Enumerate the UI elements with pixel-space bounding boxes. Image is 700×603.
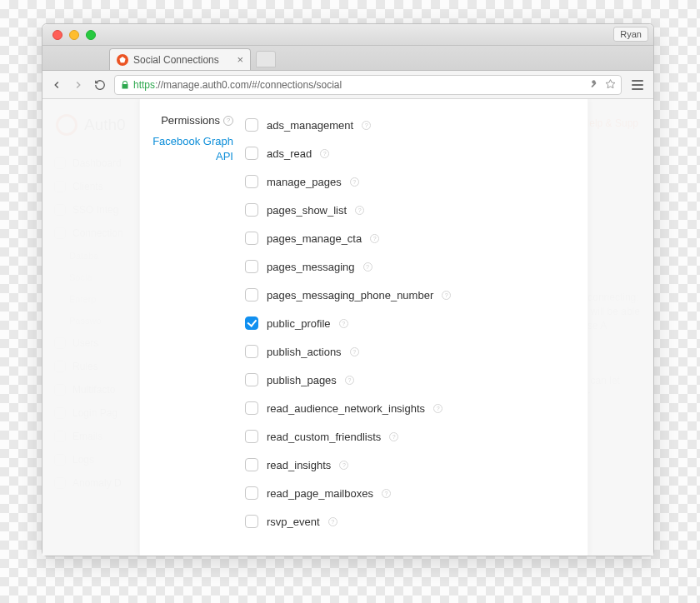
panel-label-column: Permissions ? Facebook Graph API: [140, 111, 245, 556]
permission-label: ads_read: [267, 147, 312, 160]
permission-checkbox-ads_read[interactable]: [245, 147, 258, 160]
permission-checkbox-read_page_mailboxes[interactable]: [245, 486, 258, 500]
browser-window: Ryan Social Connections × https ://manag…: [42, 23, 654, 556]
reload-button[interactable]: [92, 77, 108, 92]
permission-row-pages_manage_cta: pages_manage_cta?: [245, 224, 571, 252]
permission-label: pages_show_list: [267, 204, 347, 217]
macos-titlebar: Ryan: [42, 24, 653, 46]
maximize-window-button[interactable]: [86, 30, 96, 40]
permission-row-read_insights: read_insights?: [245, 451, 571, 479]
permissions-list: ads_management?ads_read?manage_pages?pag…: [245, 111, 571, 556]
permission-checkbox-manage_pages[interactable]: [245, 175, 258, 188]
permission-label: pages_messaging_phone_number: [267, 289, 433, 302]
permission-checkbox-publish_actions[interactable]: [245, 345, 258, 358]
address-bar[interactable]: https ://manage.auth0.com/#/connections/…: [114, 75, 622, 95]
permission-row-manage_pages: manage_pages?: [245, 167, 571, 196]
new-tab-button[interactable]: [256, 51, 276, 67]
permission-checkbox-read_audience_network_insights[interactable]: [245, 401, 258, 415]
permission-row-read_custom_friendlists: read_custom_friendlists?: [245, 422, 571, 451]
permission-row-read_page_mailboxes: read_page_mailboxes?: [245, 479, 571, 507]
permission-help-icon[interactable]: ?: [339, 461, 348, 470]
permission-label: rsvp_event: [267, 516, 320, 528]
permission-row-publish_pages: publish_pages?: [245, 366, 571, 394]
permission-help-icon[interactable]: ?: [370, 234, 379, 243]
permission-row-public_profile: public_profile?: [245, 309, 571, 337]
permission-help-icon[interactable]: ?: [382, 489, 391, 498]
profile-chip[interactable]: Ryan: [613, 27, 648, 42]
permission-checkbox-read_insights[interactable]: [245, 458, 258, 471]
permission-help-icon[interactable]: ?: [328, 517, 338, 526]
permission-label: ads_management: [267, 119, 353, 132]
permission-help-icon[interactable]: ?: [362, 121, 371, 130]
permission-checkbox-ads_management[interactable]: [245, 118, 258, 132]
permission-label: read_insights: [267, 459, 331, 471]
permission-help-icon[interactable]: ?: [345, 376, 354, 385]
browser-tabstrip: Social Connections ×: [42, 46, 653, 71]
url-path: ://manage.auth0.com/#/connections/social: [155, 79, 342, 91]
back-button[interactable]: [49, 77, 64, 92]
facebook-graph-api-link[interactable]: Facebook Graph API: [140, 134, 233, 164]
permission-row-publish_actions: publish_actions?: [245, 337, 571, 366]
browser-toolbar: https ://manage.auth0.com/#/connections/…: [42, 71, 653, 99]
svg-marker-0: [119, 57, 125, 62]
permission-checkbox-pages_messaging[interactable]: [245, 260, 258, 273]
tab-title: Social Connections: [133, 54, 219, 66]
permission-label: pages_manage_cta: [267, 232, 362, 245]
permission-label: pages_messaging: [267, 261, 355, 273]
permission-help-icon[interactable]: ?: [442, 291, 451, 300]
help-icon[interactable]: ?: [223, 116, 233, 126]
svg-marker-1: [606, 79, 615, 87]
permission-checkbox-publish_pages[interactable]: [245, 373, 258, 386]
permission-label: read_audience_network_insights: [267, 402, 425, 415]
browser-tab-active[interactable]: Social Connections ×: [109, 48, 251, 70]
permission-label: publish_actions: [267, 346, 342, 358]
close-window-button[interactable]: [52, 30, 62, 40]
url-scheme: https: [133, 79, 155, 91]
permission-row-ads_management: ads_management?: [245, 111, 571, 139]
lock-icon: [120, 80, 130, 90]
permissions-heading-text: Permissions: [161, 114, 220, 127]
permission-row-pages_messaging: pages_messaging?: [245, 252, 571, 281]
permission-row-rsvp_event: rsvp_event?: [245, 507, 571, 536]
page-content: Auth0 Help & Supp Dashboard Clients SSO …: [42, 99, 653, 556]
permission-help-icon[interactable]: ?: [389, 432, 398, 441]
permission-label: manage_pages: [267, 176, 342, 188]
permission-label: public_profile: [267, 317, 331, 330]
browser-menu-button[interactable]: [628, 76, 647, 94]
permission-checkbox-pages_manage_cta[interactable]: [245, 232, 258, 245]
window-controls: [42, 30, 96, 40]
permission-label: read_page_mailboxes: [267, 487, 373, 500]
permission-row-read_audience_network_insights: read_audience_network_insights?: [245, 394, 571, 422]
permission-help-icon[interactable]: ?: [339, 319, 348, 328]
tab-close-icon[interactable]: ×: [237, 53, 243, 66]
permission-checkbox-public_profile[interactable]: [245, 316, 258, 330]
permissions-heading: Permissions ?: [161, 114, 233, 127]
permission-label: publish_pages: [267, 374, 337, 386]
forward-button[interactable]: [71, 77, 86, 92]
permission-help-icon[interactable]: ?: [350, 347, 359, 356]
permission-label: read_custom_friendlists: [267, 431, 381, 443]
permission-help-icon[interactable]: ?: [363, 262, 372, 272]
permission-row-ads_read: ads_read?: [245, 139, 571, 167]
permissions-panel: Permissions ? Facebook Graph API ads_man…: [139, 99, 588, 556]
auth0-favicon-icon: [117, 54, 128, 66]
permission-help-icon[interactable]: ?: [433, 404, 442, 413]
permission-help-icon[interactable]: ?: [350, 177, 359, 187]
permission-help-icon[interactable]: ?: [355, 206, 364, 215]
permission-checkbox-read_custom_friendlists[interactable]: [245, 430, 258, 443]
permission-checkbox-pages_show_list[interactable]: [245, 203, 258, 217]
permission-checkbox-pages_messaging_phone_number[interactable]: [245, 288, 258, 302]
minimize-window-button[interactable]: [69, 30, 79, 40]
permission-row-pages_messaging_phone_number: pages_messaging_phone_number?: [245, 281, 571, 309]
bookmark-star-icon[interactable]: [605, 78, 616, 92]
permission-row-pages_show_list: pages_show_list?: [245, 196, 571, 224]
permission-checkbox-rsvp_event[interactable]: [245, 515, 258, 528]
password-key-icon[interactable]: [589, 78, 600, 92]
permission-help-icon[interactable]: ?: [320, 149, 329, 158]
